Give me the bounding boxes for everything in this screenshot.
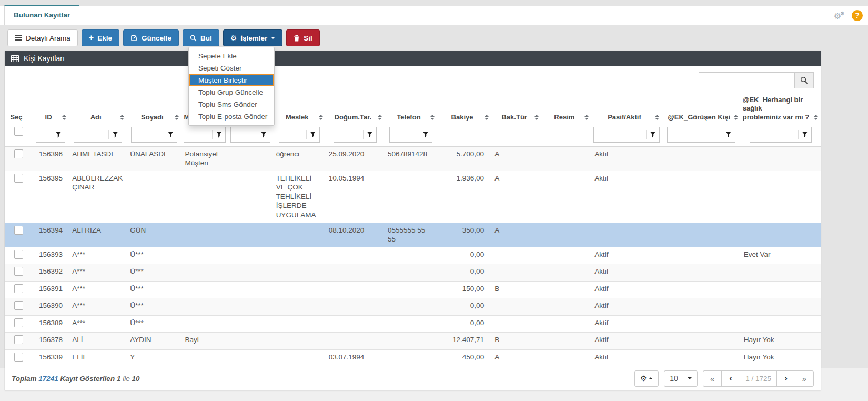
sort-icon[interactable] xyxy=(655,115,660,120)
cell-ek_saglik xyxy=(741,264,821,282)
next-page-button[interactable]: › xyxy=(776,370,795,387)
column-header-ek_gorusen_kisi[interactable]: @EK_Görüşen Kişi xyxy=(662,94,741,126)
table-search-input[interactable] xyxy=(699,72,795,88)
sort-icon[interactable] xyxy=(319,115,324,120)
delete-button[interactable]: Sil xyxy=(286,29,320,46)
table-row[interactable]: 156394ALİ RIZAGÜN08.10.20200555555 55 55… xyxy=(5,223,821,247)
column-header-sec[interactable]: Seç xyxy=(5,94,32,126)
filter-input-musteri_tipi[interactable] xyxy=(184,131,212,138)
table-row[interactable]: 156396AHMETASDFÜNALASDFPotansiyel Müşter… xyxy=(5,146,821,171)
cell-col6 xyxy=(228,146,273,171)
filter-input-adi[interactable] xyxy=(74,131,108,138)
cell-dogum_tar xyxy=(326,298,385,316)
column-label: Meslek xyxy=(286,113,308,121)
filter-funnel-icon[interactable] xyxy=(109,127,122,142)
sort-icon[interactable] xyxy=(534,115,539,120)
column-header-bakiye[interactable]: Bakiye xyxy=(437,94,491,126)
menu-item[interactable]: Müşteri Birleştir xyxy=(189,74,274,86)
row-checkbox[interactable] xyxy=(14,174,23,183)
pager-settings-button[interactable]: ⚙ xyxy=(634,370,659,387)
sort-icon[interactable] xyxy=(62,115,67,120)
table-row[interactable]: 156395ABLÜLREZZAK ÇINARTEHLİKELİ VE ÇOK … xyxy=(5,171,821,223)
column-header-meslek[interactable]: Meslek xyxy=(273,94,326,126)
cell-id: 156392 xyxy=(32,264,69,282)
select-all-checkbox[interactable] xyxy=(14,127,23,136)
filter-input-col6[interactable] xyxy=(231,131,257,138)
table-row[interactable]: 156392A***Ü***0,00Aktif xyxy=(5,264,821,282)
cell-meslek: TEHLİKELİ VE ÇOK TEHLİKELİ İŞLERDE UYGUL… xyxy=(273,171,326,223)
cell-dogum_tar xyxy=(326,333,385,350)
row-checkbox[interactable] xyxy=(14,284,23,293)
find-button[interactable]: Bul xyxy=(183,29,219,46)
menu-item[interactable]: Toplu Grup Güncelle xyxy=(189,86,274,98)
filter-funnel-icon[interactable] xyxy=(257,127,270,142)
row-checkbox[interactable] xyxy=(14,267,23,276)
sort-icon[interactable] xyxy=(814,115,819,120)
filter-funnel-icon[interactable] xyxy=(647,127,659,142)
first-page-button[interactable]: « xyxy=(703,370,722,387)
filter-input-dogum_tar[interactable] xyxy=(334,131,363,138)
column-header-bak_tur[interactable]: Bak.Tür xyxy=(491,94,541,126)
table-row[interactable]: 156378ALİAYDINBayi12.407,71BAktifHayır Y… xyxy=(5,333,821,350)
filter-input-meslek[interactable] xyxy=(279,131,306,138)
filter-input-id[interactable] xyxy=(36,131,52,138)
menu-item[interactable]: Sepete Ekle xyxy=(189,50,274,62)
column-header-soyadi[interactable]: Soyadı xyxy=(127,94,181,126)
filter-funnel-icon[interactable] xyxy=(213,127,225,142)
filter-funnel-icon[interactable] xyxy=(799,127,811,142)
operations-button[interactable]: ⚙ İşlemler xyxy=(223,29,283,46)
sort-icon[interactable] xyxy=(485,115,489,120)
pagination: ⚙ 10 « ‹ 1 / 1725 › » xyxy=(634,370,814,387)
filter-input-ek_gorusen_kisi[interactable] xyxy=(668,131,722,138)
table-search-button[interactable] xyxy=(794,72,814,88)
sort-icon[interactable] xyxy=(584,115,589,120)
table-row[interactable]: 156339ELİFY03.07.1994450,00AAktifHayır Y… xyxy=(5,349,821,366)
row-checkbox[interactable] xyxy=(14,301,23,310)
settings-gears-icon[interactable]: ⚙⚙ xyxy=(834,11,845,21)
filter-input-soyadi[interactable] xyxy=(132,131,164,138)
column-header-ek_saglik[interactable]: @EK_Herhangi bir sağlık probleminiz var … xyxy=(741,94,821,126)
sort-icon[interactable] xyxy=(734,115,739,120)
row-checkbox[interactable] xyxy=(14,353,23,362)
table-row[interactable]: 156393A***Ü***0,00AktifEvet Var xyxy=(5,247,821,264)
filter-funnel-icon[interactable] xyxy=(307,127,319,142)
tab-bulunan-kayitlar[interactable]: Bulunan Kayıtlar xyxy=(4,5,79,25)
detailed-search-button[interactable]: Detaylı Arama xyxy=(7,29,78,46)
filter-funnel-icon[interactable] xyxy=(164,127,177,142)
row-checkbox[interactable] xyxy=(14,226,23,235)
table-row[interactable]: 156391A***Ü***150,00BAktif xyxy=(5,281,821,298)
menu-item[interactable]: Toplu E-posta Gönder xyxy=(189,111,274,123)
row-checkbox[interactable] xyxy=(14,318,23,327)
sort-icon[interactable] xyxy=(175,115,179,120)
filter-funnel-icon[interactable] xyxy=(419,127,432,142)
column-header-pasif_aktif[interactable]: Pasif/Aktif xyxy=(591,94,661,126)
row-checkbox[interactable] xyxy=(14,149,23,158)
sort-icon[interactable] xyxy=(430,115,435,120)
row-checkbox[interactable] xyxy=(14,335,23,344)
filter-input-telefon[interactable] xyxy=(390,131,419,138)
column-header-telefon[interactable]: Telefon xyxy=(385,94,437,126)
add-button[interactable]: + Ekle xyxy=(82,29,119,46)
prev-page-button[interactable]: ‹ xyxy=(721,370,740,387)
page-size-select[interactable]: 10 xyxy=(664,370,698,387)
table-row[interactable]: 156389A***Ü***0,00Aktif xyxy=(5,315,821,333)
menu-item[interactable]: Sepeti Göster xyxy=(189,62,274,74)
filter-funnel-icon[interactable] xyxy=(364,127,376,142)
last-page-button[interactable]: » xyxy=(795,370,814,387)
filter-funnel-icon[interactable] xyxy=(52,127,65,142)
filter-input-pasif_aktif[interactable] xyxy=(594,131,646,138)
column-header-resim[interactable]: Resim xyxy=(541,94,591,126)
column-header-dogum_tar[interactable]: Doğum.Tar. xyxy=(326,94,385,126)
cell-ek_saglik xyxy=(741,281,821,298)
table-row[interactable]: 156390A***Ü***0,00Aktif xyxy=(5,298,821,316)
update-button[interactable]: Güncelle xyxy=(123,29,179,46)
row-checkbox[interactable] xyxy=(14,250,23,259)
column-header-adi[interactable]: Adı xyxy=(69,94,127,126)
column-header-id[interactable]: ID xyxy=(32,94,69,126)
sort-icon[interactable] xyxy=(378,115,382,120)
menu-item[interactable]: Toplu Sms Gönder xyxy=(189,98,274,111)
filter-funnel-icon[interactable] xyxy=(722,127,735,142)
sort-icon[interactable] xyxy=(120,115,125,120)
help-icon[interactable]: ? xyxy=(852,10,863,21)
filter-input-ek_saglik[interactable] xyxy=(750,131,798,138)
